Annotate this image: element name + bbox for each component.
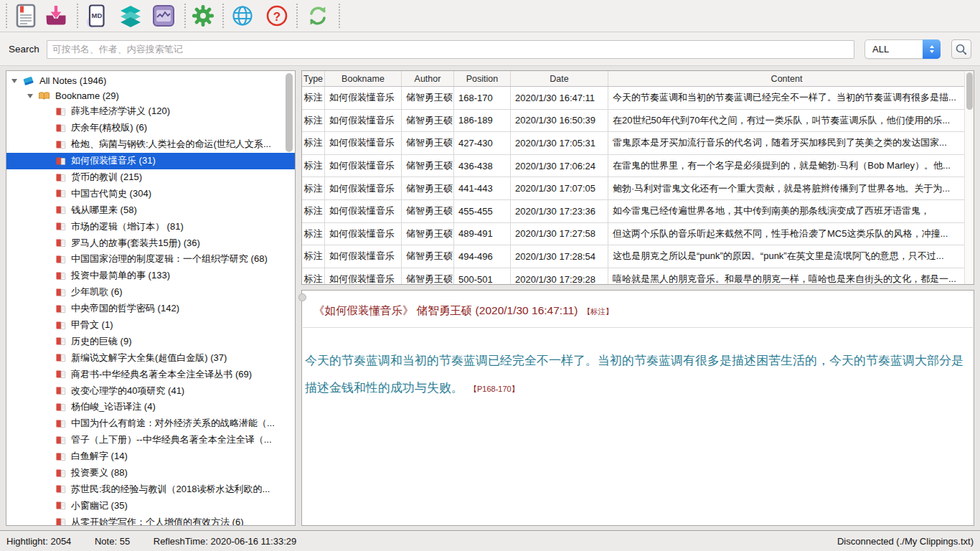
sidebar-item-bookname-group[interactable]: Bookname (29) xyxy=(6,88,295,103)
sidebar-book-item[interactable]: 苏世民:我的经验与教训（2018读桥水达利欧的... xyxy=(6,481,295,497)
book-title: 从零开始学写作：个人增值的有效方法 (6) xyxy=(71,516,244,526)
sidebar-book-item[interactable]: 钱从哪里来 (58) xyxy=(6,202,295,218)
sidebar-book-item[interactable]: 管子（上下册）--中华经典名著全本全注全译（... xyxy=(6,432,295,448)
search-input[interactable] xyxy=(47,40,854,59)
table-row[interactable]: 标注 如何假装懂音乐 储智勇王硕 168-170 2020/1/30 16:47… xyxy=(302,87,965,110)
cell-bookname: 如何假装懂音乐 xyxy=(325,87,402,109)
sidebar-book-item[interactable]: 历史的巨镜 (9) xyxy=(6,333,295,349)
settings-icon[interactable] xyxy=(190,3,216,29)
all-notes-label: All Notes (1946) xyxy=(39,75,106,86)
book-title: 中国国家治理的制度逻辑：一个组织学研究 (68) xyxy=(71,253,268,265)
sidebar-book-item[interactable]: 枪炮、病菌与钢铁:人类社会的命运(世纪人文系... xyxy=(6,136,295,153)
column-header[interactable]: Content xyxy=(608,71,965,86)
cell-type: 标注 xyxy=(302,268,325,285)
table-scrollbar-track[interactable] xyxy=(964,71,974,284)
cell-author: 储智勇王硕 xyxy=(402,177,454,199)
stats-icon[interactable] xyxy=(151,3,176,29)
sidebar-book-item[interactable]: 少年凯歌 (6) xyxy=(6,284,295,301)
table-row[interactable]: 标注 如何假装懂音乐 储智勇王硕 489-491 2020/1/30 17:27… xyxy=(302,223,965,246)
red-book-icon xyxy=(55,369,66,379)
cell-author: 储智勇王硕 xyxy=(402,223,454,245)
column-header[interactable]: Author xyxy=(402,71,454,86)
table-row[interactable]: 标注 如何假装懂音乐 储智勇王硕 186-189 2020/1/30 16:50… xyxy=(302,110,965,133)
web-icon[interactable] xyxy=(230,3,255,29)
cell-date: 2020/1/30 17:05:31 xyxy=(511,132,608,154)
cell-type: 标注 xyxy=(302,177,325,199)
book-title: 少年凯歌 (6) xyxy=(71,286,123,298)
table-row[interactable]: 标注 如何假装懂音乐 储智勇王硕 436-438 2020/1/30 17:06… xyxy=(302,155,965,178)
filter-dropdown[interactable]: ALL xyxy=(864,39,941,59)
table-row[interactable]: 标注 如何假装懂音乐 储智勇王硕 441-443 2020/1/30 17:07… xyxy=(302,177,965,200)
book-title: 货币的教训 (215) xyxy=(71,171,142,184)
sidebar-book-item[interactable]: 白鱼解字 (14) xyxy=(6,448,295,465)
red-book-icon xyxy=(55,419,66,428)
cell-bookname: 如何假装懂音乐 xyxy=(325,132,402,154)
sidebar-book-item[interactable]: 中央帝国的哲学密码 (142) xyxy=(6,301,295,317)
md-export-icon[interactable]: MD xyxy=(85,3,110,29)
refresh-icon[interactable] xyxy=(305,3,331,29)
sidebar-book-item[interactable]: 如何假装懂音乐 (31) xyxy=(6,153,295,169)
column-header[interactable]: Bookname xyxy=(325,71,402,86)
sidebar-book-item[interactable]: 新编说文解字大全集(超值白金版) (37) xyxy=(6,349,295,366)
sidebar-book-item[interactable]: 罗马人的故事(套装共15册) (36) xyxy=(6,235,295,251)
table-scrollbar-thumb[interactable] xyxy=(966,72,973,110)
splitter-handle-icon[interactable] xyxy=(298,293,306,301)
book-title: 管子（上下册）--中华经典名著全本全注全译（... xyxy=(71,433,272,446)
help-icon[interactable]: ? xyxy=(264,3,290,29)
sidebar-book-item[interactable]: 商君书-中华经典名著全本全注全译丛书 (69) xyxy=(6,366,295,382)
table-row[interactable]: 标注 如何假装懂音乐 储智勇王硕 494-496 2020/1/30 17:28… xyxy=(302,245,965,268)
import-icon[interactable] xyxy=(43,3,69,29)
detail-divider xyxy=(303,327,973,328)
cell-type: 标注 xyxy=(302,132,325,154)
cell-bookname: 如何假装懂音乐 xyxy=(325,245,402,268)
sidebar-book-item[interactable]: 改变心理学的40项研究 (41) xyxy=(6,382,295,399)
cell-content: 今天的节奏蓝调和当初的节奏蓝调已经完全不一样了。当初的节奏蓝调有很多是描... xyxy=(608,87,965,109)
cell-position: 427-430 xyxy=(454,132,511,154)
cell-date: 2020/1/30 17:29:28 xyxy=(511,268,608,285)
cell-bookname: 如何假装懂音乐 xyxy=(325,268,402,285)
sidebar-book-item[interactable]: 薛兆丰经济学讲义 (120) xyxy=(6,103,295,120)
disclosure-triangle-icon[interactable] xyxy=(11,79,17,83)
detail-title: 《如何假装懂音乐》 储智勇王硕 (2020/1/30 16:47:11)【标注】 xyxy=(314,303,966,319)
sidebar-book-item[interactable]: 中国为什么有前途：对外经济关系的战略潜能（... xyxy=(6,415,295,432)
column-header[interactable]: Type xyxy=(302,71,325,86)
cell-date: 2020/1/30 17:23:36 xyxy=(511,200,608,222)
table-row[interactable]: 标注 如何假装懂音乐 储智勇王硕 455-455 2020/1/30 17:23… xyxy=(302,200,965,223)
sidebar-book-item[interactable]: 投资中最简单的事 (133) xyxy=(6,268,295,284)
disclosure-triangle-icon[interactable] xyxy=(27,94,33,98)
search-button[interactable] xyxy=(951,39,971,59)
sidebar-book-item[interactable]: 市场的逻辑（增订本） (81) xyxy=(6,218,295,235)
cell-position: 489-491 xyxy=(454,223,511,245)
sidebar-book-item[interactable]: 从零开始学写作：个人增值的有效方法 (6) xyxy=(6,514,295,526)
book-tree: All Notes (1946) Bookname (29) 薛兆丰经济学讲义 … xyxy=(6,71,295,526)
sidebar-scrollbar[interactable] xyxy=(286,73,293,152)
cell-date: 2020/1/30 17:06:24 xyxy=(511,155,608,177)
column-header[interactable]: Date xyxy=(511,71,608,86)
sidebar-item-all-notes[interactable]: All Notes (1946) xyxy=(6,73,295,88)
sidebar-book-item[interactable]: 庆余年(精校版) (6) xyxy=(6,120,295,136)
cell-date: 2020/1/30 17:07:05 xyxy=(511,177,608,199)
sidebar-book-item[interactable]: 投资要义 (88) xyxy=(6,465,295,481)
book-title: 薛兆丰经济学讲义 (120) xyxy=(71,105,170,118)
cell-content: 鲍勃·马利对雷鬼文化还有一个重大贡献，就是将脏辫传播到了世界各地。关于为... xyxy=(608,177,965,199)
toolbar-separator xyxy=(6,4,7,28)
sidebar-book-item[interactable]: 小窗幽记 (35) xyxy=(6,497,295,514)
notes-document-icon[interactable] xyxy=(13,3,39,29)
note-detail: 《如何假装懂音乐》 储智勇王硕 (2020/1/30 16:47:11)【标注】… xyxy=(301,290,974,526)
red-book-icon xyxy=(55,288,66,297)
sidebar-book-item[interactable]: 中国国家治理的制度逻辑：一个组织学研究 (68) xyxy=(6,251,295,268)
book-title: 如何假装懂音乐 (31) xyxy=(71,154,156,167)
sidebar-book-item[interactable]: 甲骨文 (1) xyxy=(6,317,295,334)
layers-icon[interactable] xyxy=(118,3,143,29)
table-row[interactable]: 标注 如何假装懂音乐 储智勇王硕 427-430 2020/1/30 17:05… xyxy=(302,132,965,155)
column-header[interactable]: Position xyxy=(454,71,511,86)
sidebar-book-item[interactable]: 货币的教训 (215) xyxy=(6,169,295,186)
book-title: 中央帝国的哲学密码 (142) xyxy=(71,302,179,315)
red-book-icon xyxy=(55,156,66,166)
table-row[interactable]: 标注 如何假装懂音乐 储智勇王硕 500-501 2020/1/30 17:29… xyxy=(302,268,965,285)
toolbar-separator xyxy=(184,4,186,28)
cell-date: 2020/1/30 16:50:39 xyxy=(511,110,608,132)
sidebar-book-item[interactable]: 中国古代简史 (304) xyxy=(6,185,295,202)
sidebar-book-item[interactable]: 杨伯峻_论语译注 (4) xyxy=(6,399,295,415)
cell-position: 168-170 xyxy=(454,87,511,109)
